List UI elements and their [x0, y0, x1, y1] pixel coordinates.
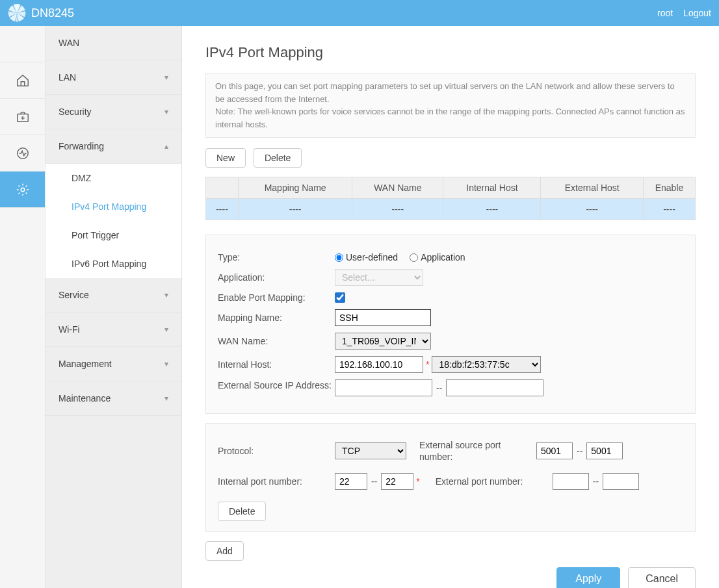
dash: -- [593, 476, 599, 487]
iconbar-firstaid[interactable] [0, 99, 45, 135]
ext-src-port-end-input[interactable] [586, 442, 623, 459]
sidebar-label: Security [59, 107, 92, 117]
sidebar-item-maintenance[interactable]: Maintenance ▾ [46, 381, 181, 416]
sidebar-item-ipv6-port-mapping[interactable]: IPv6 Port Mapping [59, 249, 181, 278]
ext-src-port-label: External source port number: [419, 439, 536, 463]
add-button[interactable]: Add [205, 541, 244, 561]
cell: ---- [239, 199, 352, 220]
port-panel: Protocol: TCP External source port numbe… [205, 423, 696, 532]
iconbar-monitor[interactable] [0, 135, 45, 172]
table-header-row: Mapping Name WAN Name Internal Host Exte… [206, 177, 696, 199]
type-application-radio[interactable]: Application [410, 252, 465, 262]
table-row[interactable]: ---- ---- ---- ---- ---- ---- [206, 199, 696, 220]
sidebar-item-wan[interactable]: WAN [46, 26, 181, 60]
sidebar-label: Maintenance [59, 393, 111, 403]
internal-host-input[interactable] [335, 356, 423, 373]
col-checkbox [206, 177, 239, 199]
ext-src-port-start-input[interactable] [536, 442, 573, 459]
chevron-up-icon: ▴ [164, 142, 168, 151]
sidebar-item-forwarding[interactable]: Forwarding ▴ [46, 129, 181, 164]
chevron-down-icon: ▾ [164, 325, 168, 334]
iconbar-blank[interactable] [0, 26, 45, 62]
sidebar-label: Management [59, 359, 112, 369]
user-link[interactable]: root [657, 8, 673, 18]
external-port-label: External port number: [436, 476, 553, 487]
sidebar: WAN LAN ▾ Security ▾ Forwarding ▴ DMZ IP… [46, 26, 182, 588]
col-mapping-name: Mapping Name [239, 177, 352, 199]
ext-port-start-input[interactable] [553, 473, 589, 490]
cell: ---- [644, 199, 696, 220]
sidebar-item-management[interactable]: Management ▾ [46, 347, 181, 381]
sidebar-label: IPv4 Port Mapping [72, 201, 146, 212]
ext-port-end-input[interactable] [603, 473, 639, 490]
col-external-host: External Host [541, 177, 644, 199]
cell: ---- [541, 199, 644, 220]
internal-port-start-input[interactable] [335, 473, 367, 490]
sidebar-item-service[interactable]: Service ▾ [46, 278, 181, 313]
new-button[interactable]: New [205, 148, 246, 168]
sidebar-label: DMZ [72, 173, 91, 183]
page-description: On this page, you can set port mapping p… [205, 73, 696, 138]
type-user-defined-radio[interactable]: User-defined [335, 252, 398, 262]
protocol-label: Protocol: [218, 446, 335, 456]
huawei-logo-icon [8, 4, 26, 22]
sidebar-label: Wi-Fi [59, 324, 80, 335]
chevron-down-icon: ▾ [164, 359, 168, 368]
sidebar-label: Forwarding [59, 141, 104, 151]
wan-name-select[interactable]: 1_TR069_VOIP_INTERNET_R_VID [335, 333, 431, 350]
cell: ---- [206, 199, 239, 220]
svg-point-2 [21, 188, 25, 192]
sidebar-item-port-trigger[interactable]: Port Trigger [59, 221, 181, 249]
chevron-down-icon: ▾ [164, 290, 168, 300]
sidebar-item-wifi[interactable]: Wi-Fi ▾ [46, 313, 181, 347]
delete-button[interactable]: Delete [254, 148, 302, 168]
mapping-form-panel: Type: User-defined Application Applicati… [205, 235, 696, 414]
sidebar-label: Service [59, 290, 89, 300]
sidebar-item-lan[interactable]: LAN ▾ [46, 60, 181, 95]
application-label: Application: [218, 272, 335, 283]
dash: -- [577, 446, 582, 456]
apply-button[interactable]: Apply [556, 567, 620, 588]
radio-label: Application [421, 252, 465, 262]
col-enable: Enable [644, 177, 696, 199]
protocol-select[interactable]: TCP [335, 442, 406, 459]
sidebar-label: IPv6 Port Mapping [72, 259, 146, 269]
main-content: IPv4 Port Mapping On this page, you can … [182, 26, 719, 588]
mappings-table: Mapping Name WAN Name Internal Host Exte… [205, 177, 696, 220]
required-mark: * [416, 476, 419, 487]
mapping-name-label: Mapping Name: [218, 313, 335, 323]
radio-label: User-defined [346, 252, 398, 262]
col-internal-host: Internal Host [443, 177, 541, 199]
ext-src-ip-label: External Source IP Address: [218, 379, 335, 392]
chevron-down-icon: ▾ [164, 73, 168, 82]
sidebar-label: WAN [59, 38, 79, 48]
sidebar-label: LAN [59, 72, 76, 83]
enable-label: Enable Port Mapping: [218, 292, 335, 303]
wan-name-label: WAN Name: [218, 336, 335, 346]
iconbar-home[interactable] [0, 62, 45, 99]
sidebar-item-dmz[interactable]: DMZ [59, 164, 181, 192]
ext-src-ip-start-input[interactable] [335, 379, 432, 396]
sidebar-label: Port Trigger [72, 230, 119, 240]
delete-port-button[interactable]: Delete [218, 502, 266, 521]
radio-user-defined[interactable] [335, 253, 343, 262]
icon-bar [0, 26, 46, 588]
cell: ---- [443, 199, 541, 220]
cancel-button[interactable]: Cancel [628, 567, 696, 588]
model-name: DN8245 [31, 6, 74, 20]
type-label: Type: [218, 252, 335, 262]
application-select: Select... [335, 269, 423, 286]
enable-checkbox[interactable] [335, 292, 345, 303]
sidebar-item-ipv4-port-mapping[interactable]: IPv4 Port Mapping [59, 192, 181, 221]
ext-src-ip-end-input[interactable] [446, 379, 543, 396]
logout-link[interactable]: Logout [683, 8, 711, 18]
iconbar-settings[interactable] [0, 172, 45, 208]
internal-port-label: Internal port number: [218, 476, 335, 487]
mapping-name-input[interactable] [335, 309, 431, 326]
radio-application[interactable] [410, 253, 418, 262]
sidebar-item-security[interactable]: Security ▾ [46, 95, 181, 129]
dash: -- [436, 383, 442, 393]
internal-host-mac-select[interactable]: 18:db:f2:53:77:5c [432, 356, 541, 373]
internal-port-end-input[interactable] [381, 473, 413, 490]
required-mark: * [426, 359, 429, 370]
